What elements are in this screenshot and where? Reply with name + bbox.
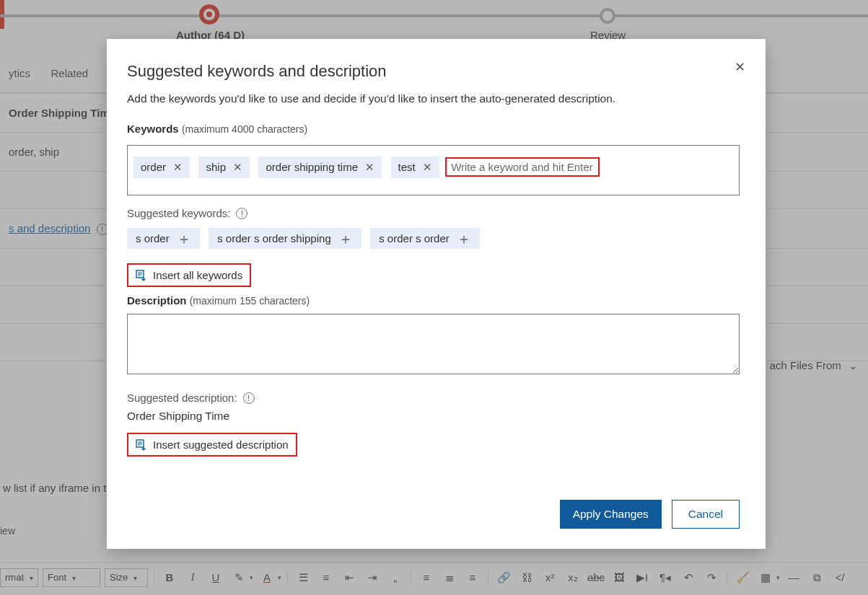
keyword-chip-label: order shipping time (266, 161, 358, 173)
apply-changes-button[interactable]: Apply Changes (560, 500, 662, 529)
suggested-keyword-chip[interactable]: s order s order ＋ (370, 228, 480, 249)
keywords-label-text: Keywords (127, 123, 179, 135)
insert-icon (136, 270, 147, 281)
insert-description-highlight: Insert suggested description (127, 433, 297, 457)
info-icon[interactable]: ! (236, 208, 247, 219)
modal-intro-text: Add the keywords you'd like to use and d… (127, 92, 740, 105)
suggested-keywords-label: Suggested keywords: ! (127, 207, 740, 219)
keyword-chip: test ✕ (391, 157, 439, 178)
suggested-description-label-text: Suggested description: (127, 392, 237, 404)
keyword-input[interactable] (447, 159, 598, 175)
suggested-keywords-label-text: Suggested keywords: (127, 207, 230, 219)
keyword-chip: order ✕ (133, 157, 190, 178)
modal-title: Suggested keywords and description (127, 62, 740, 81)
keywords-hint: (maximum 4000 characters) (182, 123, 307, 135)
keyword-chip: ship ✕ (198, 157, 250, 178)
add-chip-icon: ＋ (177, 234, 191, 244)
suggested-chip-label: s order s order shipping (217, 232, 331, 244)
description-textarea[interactable] (127, 314, 740, 374)
keywords-label: Keywords (maximum 4000 characters) (127, 123, 740, 135)
insert-all-keywords-button[interactable]: Insert all keywords (128, 265, 250, 286)
remove-chip-icon[interactable]: ✕ (365, 161, 374, 174)
insert-icon (136, 439, 147, 451)
keyword-chip-label: test (398, 161, 416, 173)
modal-footer: Apply Changes Cancel (127, 500, 740, 529)
suggested-chip-label: s order (136, 232, 170, 244)
keyword-chip-label: ship (206, 161, 226, 173)
suggested-keyword-chip[interactable]: s order ＋ (127, 228, 200, 249)
add-chip-icon: ＋ (457, 234, 471, 244)
keywords-description-modal: ✕ Suggested keywords and description Add… (107, 39, 766, 549)
description-label: Description (maximum 155 characters) (127, 294, 740, 307)
insert-suggested-label: Insert suggested description (153, 438, 289, 451)
remove-chip-icon[interactable]: ✕ (423, 161, 432, 174)
insert-all-label: Insert all keywords (153, 269, 242, 281)
keywords-input-box[interactable]: order ✕ ship ✕ order shipping time ✕ tes… (127, 145, 740, 195)
keyword-input-highlight (445, 157, 600, 177)
suggested-description-text: Order Shipping Time (127, 410, 740, 423)
suggested-chip-label: s order s order (379, 232, 450, 244)
suggested-description-label: Suggested description: ! (127, 392, 740, 404)
description-label-text: Description (127, 294, 187, 307)
add-chip-icon: ＋ (338, 234, 353, 244)
keyword-chip-label: order (141, 161, 166, 173)
suggested-keywords-container: s order ＋ s order s order shipping ＋ s o… (127, 228, 740, 249)
info-icon[interactable]: ! (243, 392, 255, 404)
close-button[interactable]: ✕ (735, 59, 745, 75)
insert-suggested-description-button[interactable]: Insert suggested description (128, 434, 296, 455)
keyword-chip: order shipping time ✕ (258, 157, 382, 178)
description-hint: (maximum 155 characters) (190, 295, 310, 307)
remove-chip-icon[interactable]: ✕ (173, 161, 183, 174)
remove-chip-icon[interactable]: ✕ (233, 161, 242, 174)
insert-all-highlight: Insert all keywords (127, 263, 251, 287)
cancel-button[interactable]: Cancel (672, 500, 740, 529)
suggested-keyword-chip[interactable]: s order s order shipping ＋ (209, 228, 361, 249)
